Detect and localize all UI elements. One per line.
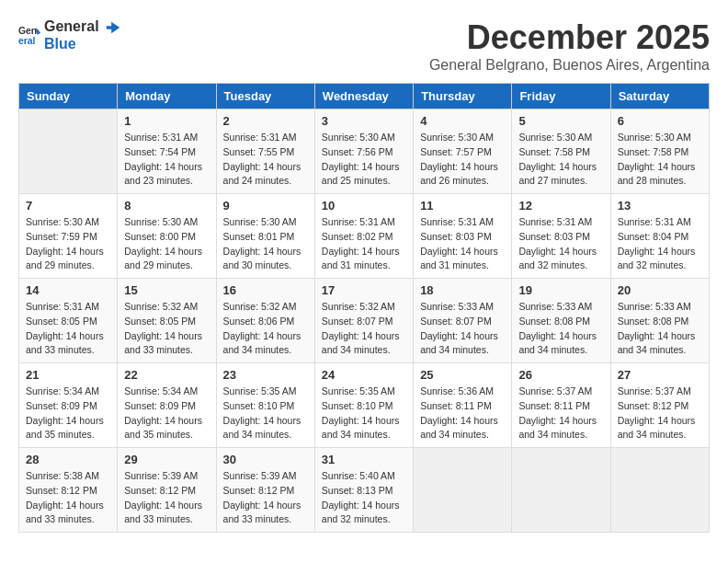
day-info: Sunrise: 5:30 AM Sunset: 7:57 PM Dayligh…: [420, 131, 505, 189]
day-info: Sunrise: 5:31 AM Sunset: 8:02 PM Dayligh…: [322, 215, 406, 273]
calendar-cell: 9Sunrise: 5:30 AM Sunset: 8:01 PM Daylig…: [216, 194, 314, 279]
day-info: Sunrise: 5:31 AM Sunset: 7:55 PM Dayligh…: [223, 131, 308, 189]
day-number: 5: [518, 114, 603, 128]
day-number: 30: [223, 453, 308, 466]
day-info: Sunrise: 5:30 AM Sunset: 7:58 PM Dayligh…: [618, 131, 702, 189]
calendar-table: SundayMondayTuesdayWednesdayThursdayFrid…: [18, 83, 710, 533]
calendar-cell: 22Sunrise: 5:34 AM Sunset: 8:09 PM Dayli…: [118, 363, 216, 448]
day-number: 26: [518, 368, 603, 382]
day-number: 12: [518, 199, 603, 213]
calendar-cell: 20Sunrise: 5:33 AM Sunset: 8:08 PM Dayli…: [610, 279, 709, 363]
day-info: Sunrise: 5:33 AM Sunset: 8:07 PM Dayligh…: [420, 300, 505, 358]
day-number: 22: [124, 368, 209, 382]
calendar-cell: 16Sunrise: 5:32 AM Sunset: 8:06 PM Dayli…: [216, 279, 314, 363]
calendar-cell: 15Sunrise: 5:32 AM Sunset: 8:05 PM Dayli…: [118, 279, 216, 363]
logo-icon: Gen eral: [18, 24, 40, 46]
day-number: 11: [420, 199, 505, 213]
day-number: 9: [223, 199, 308, 213]
day-info: Sunrise: 5:35 AM Sunset: 8:10 PM Dayligh…: [322, 385, 406, 442]
day-info: Sunrise: 5:36 AM Sunset: 8:11 PM Dayligh…: [420, 385, 505, 442]
day-number: 16: [223, 283, 308, 297]
day-info: Sunrise: 5:31 AM Sunset: 8:03 PM Dayligh…: [420, 215, 505, 273]
calendar-cell: 4Sunrise: 5:30 AM Sunset: 7:57 PM Daylig…: [414, 109, 512, 194]
calendar-cell: 17Sunrise: 5:32 AM Sunset: 8:07 PM Dayli…: [314, 279, 413, 363]
calendar-cell: 14Sunrise: 5:31 AM Sunset: 8:05 PM Dayli…: [19, 279, 118, 363]
calendar-cell: 24Sunrise: 5:35 AM Sunset: 8:10 PM Dayli…: [314, 363, 413, 448]
day-info: Sunrise: 5:31 AM Sunset: 8:04 PM Dayligh…: [618, 215, 702, 273]
calendar-cell: 2Sunrise: 5:31 AM Sunset: 7:55 PM Daylig…: [216, 109, 314, 194]
day-number: 28: [26, 453, 110, 466]
logo-text-general: General: [44, 18, 99, 34]
calendar-cell: 12Sunrise: 5:31 AM Sunset: 8:03 PM Dayli…: [512, 194, 610, 279]
day-number: 24: [322, 368, 406, 382]
day-info: Sunrise: 5:30 AM Sunset: 7:58 PM Dayligh…: [518, 131, 603, 189]
day-info: Sunrise: 5:30 AM Sunset: 7:59 PM Dayligh…: [26, 215, 110, 273]
header-cell-thursday: Thursday: [414, 84, 512, 109]
header-cell-sunday: Sunday: [19, 84, 118, 109]
header-cell-tuesday: Tuesday: [216, 84, 314, 109]
main-title: December 2025: [429, 18, 710, 57]
calendar-cell: [512, 448, 610, 533]
day-number: 18: [420, 283, 505, 297]
day-number: 10: [322, 199, 406, 213]
calendar-cell: 25Sunrise: 5:36 AM Sunset: 8:11 PM Dayli…: [414, 363, 512, 448]
page-container: Gen eral General Blue December 2025 Gene: [18, 18, 710, 533]
svg-marker-4: [107, 21, 119, 33]
day-info: Sunrise: 5:33 AM Sunset: 8:08 PM Dayligh…: [618, 300, 702, 358]
day-number: 6: [618, 114, 702, 128]
calendar-cell: 26Sunrise: 5:37 AM Sunset: 8:11 PM Dayli…: [512, 363, 610, 448]
calendar-cell: 23Sunrise: 5:35 AM Sunset: 8:10 PM Dayli…: [216, 363, 314, 448]
header-row: SundayMondayTuesdayWednesdayThursdayFrid…: [19, 84, 710, 109]
calendar-cell: 3Sunrise: 5:30 AM Sunset: 7:56 PM Daylig…: [314, 109, 413, 194]
day-info: Sunrise: 5:40 AM Sunset: 8:13 PM Dayligh…: [322, 469, 406, 527]
day-number: 3: [322, 114, 406, 128]
day-info: Sunrise: 5:35 AM Sunset: 8:10 PM Dayligh…: [223, 385, 308, 442]
day-info: Sunrise: 5:30 AM Sunset: 7:56 PM Dayligh…: [322, 131, 406, 189]
day-number: 17: [322, 283, 406, 297]
day-number: 20: [618, 283, 702, 297]
day-info: Sunrise: 5:32 AM Sunset: 8:06 PM Dayligh…: [223, 300, 308, 358]
calendar-cell: 1Sunrise: 5:31 AM Sunset: 7:54 PM Daylig…: [118, 109, 216, 194]
day-info: Sunrise: 5:34 AM Sunset: 8:09 PM Dayligh…: [124, 385, 209, 442]
day-number: 21: [26, 368, 110, 382]
week-row-3: 14Sunrise: 5:31 AM Sunset: 8:05 PM Dayli…: [19, 279, 710, 363]
calendar-cell: 11Sunrise: 5:31 AM Sunset: 8:03 PM Dayli…: [414, 194, 512, 279]
calendar-cell: 5Sunrise: 5:30 AM Sunset: 7:58 PM Daylig…: [512, 109, 610, 194]
day-number: 29: [124, 453, 209, 466]
day-info: Sunrise: 5:33 AM Sunset: 8:08 PM Dayligh…: [518, 300, 603, 358]
day-info: Sunrise: 5:31 AM Sunset: 8:03 PM Dayligh…: [518, 215, 603, 273]
calendar-cell: [610, 448, 709, 533]
week-row-4: 21Sunrise: 5:34 AM Sunset: 8:09 PM Dayli…: [19, 363, 710, 448]
day-number: 31: [322, 453, 406, 466]
calendar-cell: 7Sunrise: 5:30 AM Sunset: 7:59 PM Daylig…: [19, 194, 118, 279]
day-number: 19: [518, 283, 603, 297]
calendar-cell: 10Sunrise: 5:31 AM Sunset: 8:02 PM Dayli…: [314, 194, 413, 279]
header-cell-wednesday: Wednesday: [314, 84, 413, 109]
day-info: Sunrise: 5:39 AM Sunset: 8:12 PM Dayligh…: [223, 469, 308, 527]
subtitle: General Belgrano, Buenos Aires, Argentin…: [429, 57, 710, 74]
day-info: Sunrise: 5:37 AM Sunset: 8:12 PM Dayligh…: [618, 385, 702, 442]
header: Gen eral General Blue December 2025 Gene: [18, 18, 710, 74]
logo-text-blue: Blue: [44, 36, 76, 52]
calendar-cell: [414, 448, 512, 533]
calendar-cell: 21Sunrise: 5:34 AM Sunset: 8:09 PM Dayli…: [19, 363, 118, 448]
header-cell-friday: Friday: [512, 84, 610, 109]
day-number: 27: [618, 368, 702, 382]
day-info: Sunrise: 5:38 AM Sunset: 8:12 PM Dayligh…: [26, 469, 110, 527]
day-number: 25: [420, 368, 505, 382]
calendar-cell: 8Sunrise: 5:30 AM Sunset: 8:00 PM Daylig…: [118, 194, 216, 279]
calendar-cell: 30Sunrise: 5:39 AM Sunset: 8:12 PM Dayli…: [216, 448, 314, 533]
title-section: December 2025 General Belgrano, Buenos A…: [429, 18, 710, 74]
week-row-2: 7Sunrise: 5:30 AM Sunset: 7:59 PM Daylig…: [19, 194, 710, 279]
svg-text:Gen: Gen: [18, 27, 37, 37]
week-row-1: 1Sunrise: 5:31 AM Sunset: 7:54 PM Daylig…: [19, 109, 710, 194]
day-number: 4: [420, 114, 505, 128]
day-number: 2: [223, 114, 308, 128]
day-info: Sunrise: 5:32 AM Sunset: 8:05 PM Dayligh…: [124, 300, 209, 358]
day-number: 23: [223, 368, 308, 382]
day-number: 14: [26, 283, 110, 297]
logo-arrow-icon: [105, 19, 121, 36]
calendar-cell: 18Sunrise: 5:33 AM Sunset: 8:07 PM Dayli…: [414, 279, 512, 363]
header-cell-monday: Monday: [118, 84, 216, 109]
day-info: Sunrise: 5:34 AM Sunset: 8:09 PM Dayligh…: [26, 385, 110, 442]
